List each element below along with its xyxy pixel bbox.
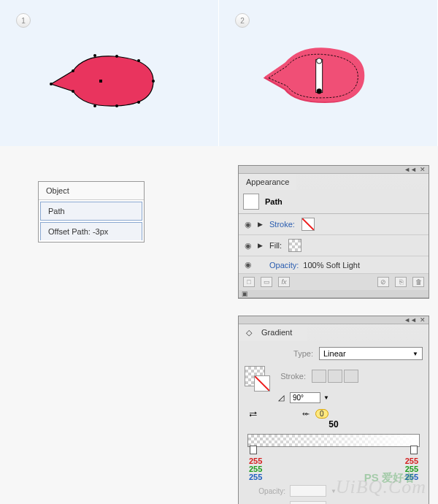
stroke-gradient-mode: [312, 370, 358, 383]
menu-path[interactable]: Path: [40, 202, 142, 221]
panel-topbar: ◄◄ ✕: [239, 316, 429, 324]
appearance-panel: ◄◄ ✕ Appearance Path ◉ ▶ Stroke: ◉ ▶ Fil…: [238, 165, 429, 299]
collapse-icon[interactable]: ◄◄: [404, 166, 417, 173]
collapse-icon[interactable]: ◄◄: [404, 316, 417, 324]
canvas-step-1: 1: [0, 0, 219, 146]
angle-icon: ◿: [278, 393, 284, 402]
gradient-fill-swatch[interactable]: [245, 366, 265, 386]
expand-icon[interactable]: ▶: [258, 242, 265, 249]
fill-row[interactable]: ◉ ▶ Fill:: [239, 235, 429, 256]
expand-icon[interactable]: ▶: [258, 221, 265, 228]
canvas-step-2: 2: [219, 0, 438, 146]
svg-point-1: [72, 69, 74, 72]
opacity-label: Opacity:: [269, 261, 299, 270]
gradient-stop-right[interactable]: [410, 446, 418, 454]
svg-point-12: [317, 58, 322, 64]
midpoint-badge[interactable]: 0: [315, 409, 328, 419]
svg-rect-10: [99, 80, 102, 83]
svg-point-8: [93, 104, 96, 107]
watermark-cn: PS 爱好者: [364, 471, 415, 485]
type-dropdown[interactable]: Linear▼: [319, 347, 423, 360]
appearance-target: Path: [239, 190, 429, 214]
visibility-icon[interactable]: ◉: [243, 220, 253, 229]
menu-object[interactable]: Object: [39, 182, 144, 200]
new-art-icon[interactable]: □: [243, 277, 255, 287]
svg-rect-11: [316, 60, 323, 93]
stroke-row[interactable]: ◉ ▶ Stroke:: [239, 214, 429, 235]
midpoint-value: 50: [328, 419, 338, 429]
stroke-mode-2[interactable]: [328, 370, 342, 383]
menu-path-trace: Object Path Offset Path: -3px: [38, 181, 145, 243]
svg-point-2: [93, 54, 96, 57]
fill-label: Fill:: [269, 241, 282, 250]
angle-input[interactable]: [290, 392, 320, 403]
panel-resize-bar[interactable]: ▣: [239, 290, 429, 298]
close-icon[interactable]: ✕: [420, 316, 426, 324]
stroke-label: Stroke:: [269, 220, 295, 229]
clear-icon[interactable]: ⊘: [377, 277, 389, 287]
gradient-slider[interactable]: [247, 434, 420, 447]
vector-shape-1[interactable]: [44, 47, 161, 113]
chevron-down-icon: ▼: [412, 351, 418, 357]
duplicate-icon[interactable]: ⎘: [395, 277, 407, 287]
svg-point-6: [137, 101, 140, 104]
svg-point-9: [72, 90, 74, 93]
close-icon[interactable]: ✕: [420, 166, 426, 173]
stroke-mode-1[interactable]: [312, 370, 326, 383]
opacity-value: 100% Soft Light: [303, 261, 360, 270]
target-swatch[interactable]: [243, 194, 259, 210]
visibility-icon[interactable]: ◉: [243, 260, 253, 270]
gradient-stroke-swatch[interactable]: [254, 375, 270, 392]
stop-opacity-input[interactable]: [290, 485, 326, 497]
panel-topbar: ◄◄ ✕: [239, 166, 429, 174]
step-badge-1: 1: [16, 13, 31, 28]
opacity-row[interactable]: ◉ Opacity: 100% Soft Light: [239, 256, 429, 274]
stop-opacity-label: Opacity:: [245, 487, 285, 495]
svg-point-5: [152, 80, 155, 83]
trash-icon[interactable]: 🗑: [412, 277, 424, 287]
step-badge-2: 2: [235, 13, 250, 28]
svg-point-13: [317, 88, 322, 93]
vector-shape-2[interactable]: [256, 44, 372, 110]
fx-button[interactable]: fx: [278, 277, 290, 287]
svg-point-7: [115, 104, 118, 107]
stroke-apply-label: Stroke:: [271, 372, 306, 381]
layers-icon[interactable]: ▭: [261, 277, 272, 287]
svg-point-4: [137, 59, 140, 62]
appearance-tab[interactable]: Appearance: [239, 174, 429, 190]
visibility-icon[interactable]: ◉: [243, 241, 253, 251]
aspect-icon: ⬰: [302, 409, 310, 419]
svg-point-0: [50, 83, 53, 85]
menu-offset-path[interactable]: Offset Path: -3px: [40, 222, 142, 240]
target-label: Path: [265, 197, 283, 206]
stop-location-input[interactable]: [290, 501, 326, 504]
stroke-swatch[interactable]: [301, 218, 315, 231]
stroke-mode-3[interactable]: [344, 370, 358, 383]
fill-swatch[interactable]: [288, 239, 301, 252]
gradient-tab[interactable]: ◇ Gradient: [239, 324, 429, 341]
svg-point-3: [115, 55, 118, 58]
gradient-stop-left[interactable]: [250, 446, 257, 454]
type-label: Type:: [278, 349, 313, 358]
reverse-icon[interactable]: ⮂: [249, 410, 257, 419]
canvas-area: 1 2: [0, 0, 438, 146]
appearance-footer: □ ▭ fx ⊘ ⎘ 🗑: [239, 274, 429, 290]
